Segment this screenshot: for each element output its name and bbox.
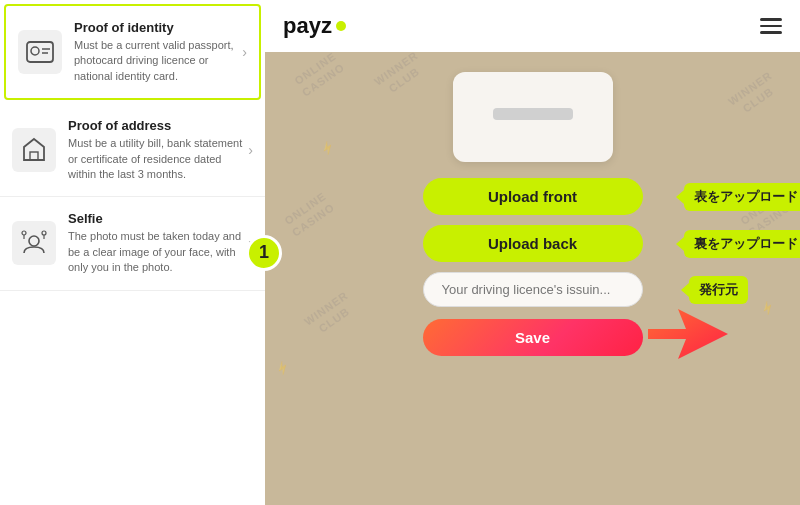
save-container: Save [423,315,643,356]
upload-front-button[interactable]: Upload front [423,178,643,215]
doc-item-selfie[interactable]: Selfie The photo must be taken today and… [0,197,265,290]
callout-front: 表をアップロード [684,183,801,211]
identity-desc: Must be a current valid passport, photoc… [74,38,236,84]
selfie-desc: The photo must be taken today and be a c… [68,229,242,275]
save-button[interactable]: Save [423,319,643,356]
hamburger-menu[interactable] [760,18,782,34]
doc-item-identity[interactable]: Proof of identity Must be a current vali… [4,4,261,100]
hamburger-line-2 [760,25,782,28]
step-number: 1 [259,242,269,263]
identity-icon [18,30,62,74]
hamburger-line-1 [760,18,782,21]
svg-point-7 [42,231,46,235]
content-area: Upload front 表をアップロード Upload back 裏をアップロ… [265,52,800,505]
callout-back: 裏をアップロード [684,230,801,258]
save-arrow [648,309,728,363]
selfie-icon [12,221,56,265]
identity-title: Proof of identity [74,20,236,35]
issuer-container: 発行元 [423,272,643,307]
callout-issuer: 発行元 [689,276,748,304]
preview-bar [493,108,573,120]
svg-point-5 [29,236,39,246]
hamburger-line-3 [760,31,782,34]
logo: payz [283,13,346,39]
logo-text: payz [283,13,332,39]
right-panel: ONLINECASINO WINNERCLUB ⚡ ONLINECASINO W… [265,0,800,505]
doc-item-address[interactable]: Proof of address Must be a utility bill,… [0,104,265,197]
identity-text: Proof of identity Must be a current vali… [74,20,236,84]
upload-back-container: Upload back 裏をアップロード [423,225,643,262]
address-desc: Must be a utility bill, bank statement o… [68,136,242,182]
svg-point-1 [31,47,39,55]
svg-point-6 [22,231,26,235]
left-panel: 1 Proof of identity Must be a current va… [0,0,265,505]
logo-dot [336,21,346,31]
svg-marker-8 [648,309,728,359]
selfie-text: Selfie The photo must be taken today and… [68,211,242,275]
issuer-input[interactable] [423,272,643,307]
header: payz [265,0,800,52]
address-title: Proof of address [68,118,242,133]
selfie-title: Selfie [68,211,242,226]
address-chevron: › [248,142,253,158]
svg-rect-4 [30,152,38,160]
upload-back-button[interactable]: Upload back [423,225,643,262]
address-text: Proof of address Must be a utility bill,… [68,118,242,182]
document-preview [453,72,613,162]
address-icon [12,128,56,172]
step-circle: 1 [246,235,282,271]
upload-front-container: Upload front 表をアップロード [423,178,643,215]
identity-chevron: › [242,44,247,60]
